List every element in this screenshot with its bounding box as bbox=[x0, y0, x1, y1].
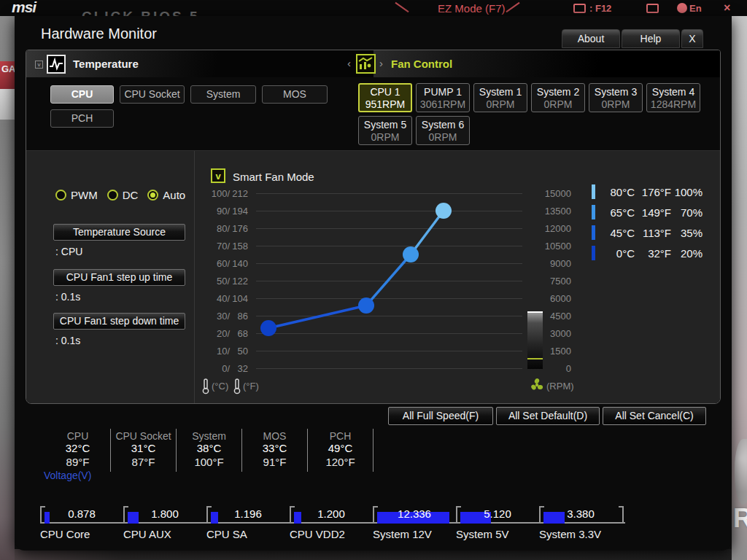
fahrenheit-unit-label: (°F) bbox=[243, 381, 259, 392]
readout-celsius: 49°C bbox=[308, 442, 373, 454]
monitor-icon[interactable] bbox=[646, 4, 659, 13]
legend-duty: 35% bbox=[671, 227, 703, 239]
fan-name: System 1 bbox=[474, 85, 527, 98]
fan-button-cpu-1[interactable]: CPU 1951RPM bbox=[358, 83, 412, 112]
legend-celsius: 65°C bbox=[601, 206, 635, 219]
temp-tab-mos[interactable]: MOS bbox=[262, 85, 328, 104]
voltage-gauge-system-5v: 5.120 bbox=[456, 506, 539, 524]
hardware-monitor-dialog: Hardware Monitor About Help X v Temperat… bbox=[15, 16, 732, 551]
legend-celsius: 80°C bbox=[601, 186, 635, 198]
temp-tick: 10/50 bbox=[209, 346, 248, 357]
fan-curve-plot bbox=[256, 193, 522, 368]
fan-button-system-2[interactable]: System 20RPM bbox=[531, 83, 585, 112]
collapse-checkbox[interactable]: v bbox=[35, 61, 43, 69]
click-bios-text: CLICK BIOS 5 bbox=[82, 9, 200, 16]
fan-button-system-3[interactable]: System 30RPM bbox=[589, 83, 643, 112]
readout-fahrenheit: 87°F bbox=[111, 456, 176, 469]
fan-mode-auto[interactable]: Auto bbox=[147, 189, 185, 201]
tick-fahrenheit: 212 bbox=[230, 188, 248, 199]
field-value: : 0.1s bbox=[55, 291, 80, 303]
temp-tab-pch[interactable]: PCH bbox=[50, 109, 114, 128]
voltage-gauges: 0.8781.8001.1961.20012.3365.1203.380 bbox=[40, 506, 625, 524]
fan-mode-dc[interactable]: DC bbox=[107, 189, 139, 201]
tick-fahrenheit: 176 bbox=[230, 223, 248, 234]
legend-row: 65°C149°F70% bbox=[592, 202, 703, 222]
field-button-cpu-fan1-step-down-time[interactable]: CPU Fan1 step down time bbox=[53, 313, 185, 330]
dialog-close-button[interactable]: X bbox=[681, 29, 703, 48]
action-all-set-default-d-[interactable]: All Set Default(D) bbox=[496, 407, 600, 425]
tick-celsius: 10 bbox=[209, 346, 227, 357]
temp-tick: 40/104 bbox=[209, 293, 248, 304]
fan-mode-pwm[interactable]: PWM bbox=[55, 189, 98, 201]
language-icon[interactable] bbox=[677, 3, 687, 13]
readout-mos: MOS33°C91°F bbox=[242, 429, 308, 472]
tick-fahrenheit: 122 bbox=[230, 276, 248, 287]
readout-system: System38°C100°F bbox=[177, 429, 242, 472]
thermometer-celsius-icon bbox=[201, 378, 210, 394]
voltage-value: 0.878 bbox=[40, 508, 123, 520]
smart-fan-label: Smart Fan Mode bbox=[233, 171, 314, 183]
readout-cpu-socket: CPU Socket31°C87°F bbox=[111, 429, 177, 472]
fan-button-system-5[interactable]: System 50RPM bbox=[358, 116, 412, 145]
fan-next-icon[interactable]: › bbox=[379, 57, 383, 69]
fan-button-system-6[interactable]: System 60RPM bbox=[416, 116, 470, 145]
temperature-section-title: Temperature bbox=[73, 58, 139, 70]
radio-circle bbox=[147, 190, 158, 201]
legend-celsius: 45°C bbox=[601, 227, 635, 239]
temp-tick: 50/122 bbox=[209, 276, 248, 287]
fan-button-pump-1[interactable]: PUMP 13061RPM bbox=[416, 83, 470, 112]
smart-fan-checkbox[interactable]: v bbox=[211, 168, 225, 183]
voltage-value: 3.380 bbox=[539, 508, 622, 520]
help-button[interactable]: Help bbox=[622, 29, 680, 48]
voltage-value: 1.200 bbox=[290, 508, 373, 520]
background-left-strip: GA bbox=[0, 16, 15, 560]
voltage-gauge-system-3-3v: 3.380 bbox=[539, 506, 622, 524]
fan-level-slider[interactable] bbox=[527, 311, 543, 369]
bios-close-icon[interactable]: × bbox=[724, 1, 730, 15]
tick-fahrenheit: 104 bbox=[230, 293, 248, 304]
current-rpm-marker bbox=[527, 358, 543, 359]
background-bottom-strip bbox=[15, 549, 732, 560]
rpm-tick: 6000 bbox=[550, 293, 571, 304]
temp-tab-cpu-socket[interactable]: CPU Socket bbox=[120, 85, 185, 104]
ez-mode-button[interactable]: EZ Mode (F7) bbox=[438, 2, 506, 15]
voltage-label: System 5V bbox=[456, 528, 539, 540]
fan-curve-point-100[interactable] bbox=[436, 203, 452, 219]
fan-curve-point-20[interactable] bbox=[260, 320, 276, 336]
fan-name: System 5 bbox=[359, 118, 411, 131]
dragon-claw-graphic bbox=[735, 439, 747, 505]
action-all-set-cancel-c-[interactable]: All Set Cancel(C) bbox=[603, 407, 706, 425]
readout-fahrenheit: 120°F bbox=[308, 456, 373, 469]
voltage-label: System 3.3V bbox=[539, 528, 622, 540]
temp-tick: 100/212 bbox=[209, 188, 248, 199]
fan-rpm: 1284RPM bbox=[647, 98, 700, 111]
about-button[interactable]: About bbox=[562, 29, 620, 48]
action-all-full-speed-f-[interactable]: All Full Speed(F) bbox=[388, 407, 493, 425]
fan-curve-point-35[interactable] bbox=[358, 298, 374, 314]
temp-tab-system[interactable]: System bbox=[190, 85, 256, 104]
field-button-cpu-fan1-step-up-time[interactable]: CPU Fan1 step up time bbox=[53, 269, 185, 286]
legend-fahrenheit: 176°F bbox=[635, 186, 671, 198]
fan-button-system-4[interactable]: System 41284RPM bbox=[646, 83, 700, 112]
screenshot-icon[interactable] bbox=[573, 4, 586, 13]
legend-row: 80°C176°F100% bbox=[592, 182, 703, 202]
voltage-value: 12.336 bbox=[373, 508, 456, 520]
legend-fahrenheit: 149°F bbox=[635, 206, 671, 219]
temperature-icon bbox=[47, 55, 66, 74]
background-box bbox=[0, 89, 15, 120]
readout-label: CPU bbox=[45, 430, 110, 442]
fan-button-system-1[interactable]: System 10RPM bbox=[473, 83, 527, 112]
fan-name: System 4 bbox=[647, 85, 700, 98]
voltage-gauge-cpu-core: 0.878 bbox=[40, 506, 123, 524]
temperature-tabs: CPUCPU SocketSystemMOSPCH bbox=[50, 85, 333, 128]
voltage-gauge-system-12v: 12.336 bbox=[373, 506, 456, 524]
legend-duty: 70% bbox=[671, 206, 703, 219]
fan-curve-point-70[interactable] bbox=[403, 246, 419, 262]
fan-control-icon bbox=[356, 54, 376, 74]
fan-curve bbox=[256, 193, 522, 368]
fan-prev-icon[interactable]: ‹ bbox=[347, 57, 351, 69]
legend-celsius: 0°C bbox=[601, 247, 635, 260]
temp-tab-cpu[interactable]: CPU bbox=[50, 85, 114, 104]
field-button-temperature-source[interactable]: Temperature Source bbox=[53, 224, 185, 241]
readout-celsius: 32°C bbox=[45, 442, 110, 454]
